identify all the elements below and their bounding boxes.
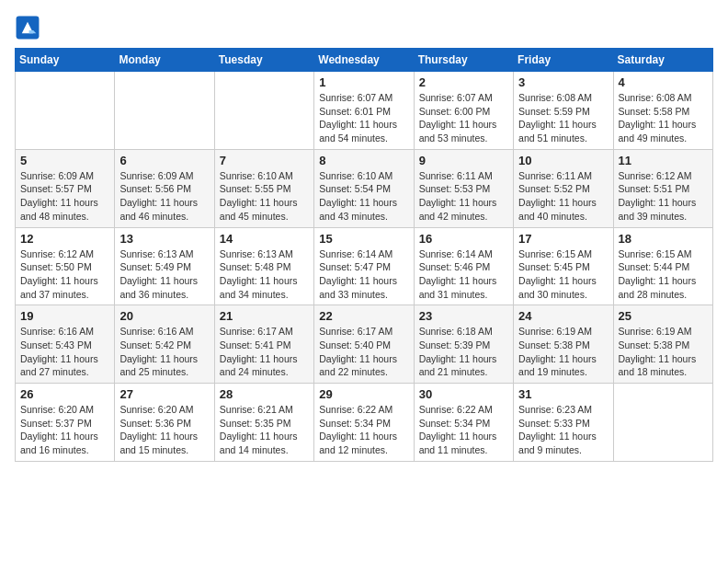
calendar-cell: 20Sunrise: 6:16 AM Sunset: 5:42 PM Dayli… (115, 305, 214, 384)
day-info: Sunrise: 6:08 AM Sunset: 5:59 PM Dayligh… (518, 91, 608, 145)
day-number: 31 (518, 387, 608, 401)
calendar-cell: 28Sunrise: 6:21 AM Sunset: 5:35 PM Dayli… (214, 384, 313, 462)
logo-icon (15, 15, 40, 40)
day-info: Sunrise: 6:20 AM Sunset: 5:36 PM Dayligh… (119, 403, 209, 457)
calendar-cell: 22Sunrise: 6:17 AM Sunset: 5:40 PM Dayli… (314, 305, 414, 384)
day-of-week-header: Wednesday (314, 49, 414, 72)
day-info: Sunrise: 6:17 AM Sunset: 5:40 PM Dayligh… (319, 325, 408, 379)
calendar-cell: 7Sunrise: 6:10 AM Sunset: 5:55 PM Daylig… (214, 149, 313, 227)
calendar-cell: 21Sunrise: 6:17 AM Sunset: 5:41 PM Dayli… (214, 305, 313, 384)
calendar-week-row: 12Sunrise: 6:12 AM Sunset: 5:50 PM Dayli… (16, 227, 713, 305)
day-number: 24 (518, 309, 608, 323)
day-info: Sunrise: 6:15 AM Sunset: 5:44 PM Dayligh… (619, 247, 708, 302)
day-number: 19 (20, 309, 109, 323)
day-info: Sunrise: 6:15 AM Sunset: 5:45 PM Dayligh… (518, 247, 608, 302)
day-number: 26 (20, 387, 109, 401)
day-number: 25 (619, 309, 708, 323)
day-info: Sunrise: 6:20 AM Sunset: 5:37 PM Dayligh… (20, 403, 109, 457)
day-number: 27 (119, 387, 209, 401)
day-info: Sunrise: 6:16 AM Sunset: 5:43 PM Dayligh… (20, 325, 109, 379)
day-info: Sunrise: 6:18 AM Sunset: 5:39 PM Dayligh… (419, 325, 508, 379)
day-info: Sunrise: 6:11 AM Sunset: 5:52 PM Dayligh… (518, 169, 608, 224)
calendar-cell: 24Sunrise: 6:19 AM Sunset: 5:38 PM Dayli… (514, 305, 613, 384)
day-info: Sunrise: 6:14 AM Sunset: 5:46 PM Dayligh… (419, 247, 508, 302)
day-of-week-header: Sunday (16, 49, 115, 72)
page-header (15, 15, 713, 40)
calendar-cell: 8Sunrise: 6:10 AM Sunset: 5:54 PM Daylig… (314, 149, 414, 227)
day-number: 4 (619, 75, 708, 89)
day-info: Sunrise: 6:07 AM Sunset: 6:00 PM Dayligh… (419, 91, 508, 145)
calendar-cell: 14Sunrise: 6:13 AM Sunset: 5:48 PM Dayli… (214, 227, 313, 305)
calendar-cell: 12Sunrise: 6:12 AM Sunset: 5:50 PM Dayli… (16, 227, 115, 305)
day-info: Sunrise: 6:14 AM Sunset: 5:47 PM Dayligh… (319, 247, 408, 302)
day-info: Sunrise: 6:09 AM Sunset: 5:56 PM Dayligh… (119, 169, 209, 224)
day-info: Sunrise: 6:22 AM Sunset: 5:34 PM Dayligh… (419, 403, 508, 457)
day-number: 3 (518, 75, 608, 89)
day-of-week-header: Friday (514, 49, 613, 72)
day-info: Sunrise: 6:12 AM Sunset: 5:51 PM Dayligh… (619, 169, 708, 224)
calendar-cell: 11Sunrise: 6:12 AM Sunset: 5:51 PM Dayli… (613, 149, 712, 227)
day-of-week-header: Monday (115, 49, 214, 72)
calendar-cell: 15Sunrise: 6:14 AM Sunset: 5:47 PM Dayli… (314, 227, 414, 305)
day-number: 23 (419, 309, 508, 323)
day-number: 17 (518, 232, 608, 246)
day-number: 22 (319, 309, 408, 323)
calendar-cell: 27Sunrise: 6:20 AM Sunset: 5:36 PM Dayli… (115, 384, 214, 462)
day-info: Sunrise: 6:09 AM Sunset: 5:57 PM Dayligh… (20, 169, 109, 224)
day-number: 7 (220, 154, 309, 167)
day-number: 15 (319, 232, 408, 246)
calendar-cell: 25Sunrise: 6:19 AM Sunset: 5:38 PM Dayli… (613, 305, 712, 384)
day-of-week-header: Saturday (613, 49, 712, 72)
day-number: 16 (419, 232, 508, 246)
calendar-cell: 29Sunrise: 6:22 AM Sunset: 5:34 PM Dayli… (314, 384, 414, 462)
day-number: 30 (419, 387, 508, 401)
day-number: 12 (20, 232, 109, 246)
day-number: 1 (319, 75, 408, 89)
calendar-cell: 2Sunrise: 6:07 AM Sunset: 6:00 PM Daylig… (414, 72, 513, 150)
day-info: Sunrise: 6:13 AM Sunset: 5:48 PM Dayligh… (220, 247, 309, 302)
calendar-cell: 1Sunrise: 6:07 AM Sunset: 6:01 PM Daylig… (314, 72, 414, 150)
calendar-cell: 31Sunrise: 6:23 AM Sunset: 5:33 PM Dayli… (514, 384, 613, 462)
calendar-cell: 9Sunrise: 6:11 AM Sunset: 5:53 PM Daylig… (414, 149, 513, 227)
calendar-cell: 10Sunrise: 6:11 AM Sunset: 5:52 PM Dayli… (514, 149, 613, 227)
day-info: Sunrise: 6:10 AM Sunset: 5:55 PM Dayligh… (220, 169, 309, 224)
day-number: 11 (619, 154, 708, 167)
day-info: Sunrise: 6:10 AM Sunset: 5:54 PM Dayligh… (319, 169, 408, 224)
calendar-cell: 18Sunrise: 6:15 AM Sunset: 5:44 PM Dayli… (613, 227, 712, 305)
day-of-week-header: Tuesday (214, 49, 313, 72)
day-number: 28 (220, 387, 309, 401)
day-info: Sunrise: 6:08 AM Sunset: 5:58 PM Dayligh… (619, 91, 708, 145)
day-number: 8 (319, 154, 408, 167)
day-info: Sunrise: 6:21 AM Sunset: 5:35 PM Dayligh… (220, 403, 309, 457)
calendar-cell (214, 72, 313, 150)
calendar-cell (16, 72, 115, 150)
calendar-cell: 17Sunrise: 6:15 AM Sunset: 5:45 PM Dayli… (514, 227, 613, 305)
day-info: Sunrise: 6:17 AM Sunset: 5:41 PM Dayligh… (220, 325, 309, 379)
day-number: 21 (220, 309, 309, 323)
calendar-cell: 23Sunrise: 6:18 AM Sunset: 5:39 PM Dayli… (414, 305, 513, 384)
day-info: Sunrise: 6:23 AM Sunset: 5:33 PM Dayligh… (518, 403, 608, 457)
calendar-cell: 16Sunrise: 6:14 AM Sunset: 5:46 PM Dayli… (414, 227, 513, 305)
calendar-cell: 26Sunrise: 6:20 AM Sunset: 5:37 PM Dayli… (16, 384, 115, 462)
day-number: 9 (419, 154, 508, 167)
day-number: 13 (119, 232, 209, 246)
calendar-table: SundayMondayTuesdayWednesdayThursdayFrid… (15, 48, 713, 462)
day-info: Sunrise: 6:19 AM Sunset: 5:38 PM Dayligh… (518, 325, 608, 379)
day-of-week-header: Thursday (414, 49, 513, 72)
calendar-cell: 3Sunrise: 6:08 AM Sunset: 5:59 PM Daylig… (514, 72, 613, 150)
calendar-week-row: 26Sunrise: 6:20 AM Sunset: 5:37 PM Dayli… (16, 384, 713, 462)
calendar-cell: 5Sunrise: 6:09 AM Sunset: 5:57 PM Daylig… (16, 149, 115, 227)
calendar-cell: 19Sunrise: 6:16 AM Sunset: 5:43 PM Dayli… (16, 305, 115, 384)
calendar-cell: 13Sunrise: 6:13 AM Sunset: 5:49 PM Dayli… (115, 227, 214, 305)
calendar-week-row: 1Sunrise: 6:07 AM Sunset: 6:01 PM Daylig… (16, 72, 713, 150)
day-number: 18 (619, 232, 708, 246)
day-number: 6 (119, 154, 209, 167)
logo (15, 15, 44, 40)
calendar-week-row: 19Sunrise: 6:16 AM Sunset: 5:43 PM Dayli… (16, 305, 713, 384)
day-info: Sunrise: 6:13 AM Sunset: 5:49 PM Dayligh… (119, 247, 209, 302)
day-number: 14 (220, 232, 309, 246)
day-info: Sunrise: 6:07 AM Sunset: 6:01 PM Dayligh… (319, 91, 408, 145)
day-number: 5 (20, 154, 109, 167)
calendar-cell (115, 72, 214, 150)
calendar-cell: 6Sunrise: 6:09 AM Sunset: 5:56 PM Daylig… (115, 149, 214, 227)
